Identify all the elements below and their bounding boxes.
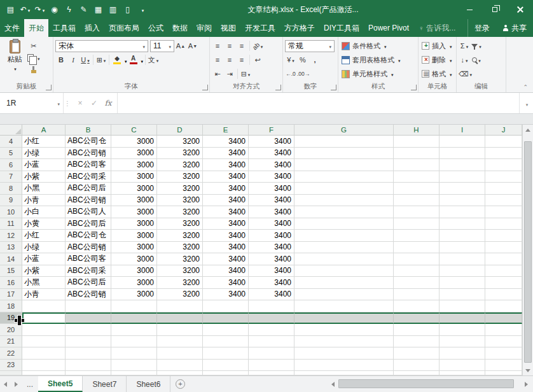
cell-B11[interactable]: ABC公司后 bbox=[66, 218, 111, 230]
sign-in-button[interactable]: 登录 bbox=[467, 19, 496, 37]
cell-partial[interactable] bbox=[22, 371, 66, 375]
cell-B4[interactable]: ABC公司仓 bbox=[66, 136, 111, 148]
row-header-12[interactable]: 12 bbox=[0, 230, 22, 242]
column-header-g[interactable]: G bbox=[294, 125, 394, 136]
cell-A8[interactable]: 小黑 bbox=[22, 183, 66, 195]
cell-F16[interactable]: 3400 bbox=[249, 277, 294, 289]
cell-H6[interactable] bbox=[394, 159, 440, 171]
cell-F13[interactable]: 3400 bbox=[249, 242, 294, 254]
cell-A14[interactable]: 小蓝 bbox=[22, 253, 66, 265]
cell-E13[interactable]: 3400 bbox=[203, 242, 249, 254]
cell-D7[interactable]: 3200 bbox=[157, 171, 203, 183]
cell-J5[interactable] bbox=[485, 148, 522, 160]
cell-E11[interactable]: 3400 bbox=[203, 218, 249, 230]
cell-C18[interactable] bbox=[111, 300, 157, 312]
cell-E17[interactable]: 3400 bbox=[203, 289, 249, 301]
cell-H14[interactable] bbox=[394, 253, 440, 265]
cell-H19[interactable] bbox=[394, 312, 440, 325]
cell-G15[interactable] bbox=[294, 265, 394, 277]
name-box[interactable]: 1R bbox=[0, 93, 64, 113]
cell-B13[interactable]: ABC公司销 bbox=[66, 242, 111, 254]
cell-I21[interactable] bbox=[440, 336, 485, 348]
font-size-combo[interactable]: 11 bbox=[150, 40, 174, 52]
cell-G21[interactable] bbox=[294, 336, 394, 348]
cell-B23[interactable] bbox=[66, 360, 111, 372]
cell-B7[interactable]: ABC公司采 bbox=[66, 171, 111, 183]
cell-C23[interactable] bbox=[111, 360, 157, 372]
cell-B9[interactable]: ABC公司销 bbox=[66, 195, 111, 207]
cell-D8[interactable]: 3200 bbox=[157, 183, 203, 195]
collapse-ribbon-icon[interactable]: ⌃ bbox=[523, 84, 528, 90]
cell-H13[interactable] bbox=[394, 242, 440, 254]
row-header-21[interactable]: 21 bbox=[0, 336, 22, 348]
cell-A6[interactable]: 小蓝 bbox=[22, 159, 66, 171]
cell-H17[interactable] bbox=[394, 289, 440, 301]
cell-I5[interactable] bbox=[440, 148, 485, 160]
scroll-up-icon[interactable] bbox=[523, 125, 533, 135]
cell-J13[interactable] bbox=[485, 242, 522, 254]
cell-I22[interactable] bbox=[440, 347, 485, 360]
cell-F20[interactable] bbox=[249, 324, 294, 336]
cell-G6[interactable] bbox=[294, 159, 394, 171]
cell-B21[interactable] bbox=[66, 336, 111, 348]
horizontal-scroll-thumb[interactable] bbox=[338, 379, 514, 388]
cell-B20[interactable] bbox=[66, 324, 111, 336]
cell-F11[interactable]: 3400 bbox=[249, 218, 294, 230]
fill-button[interactable]: ↓ bbox=[459, 54, 470, 66]
cell-G8[interactable] bbox=[294, 183, 394, 195]
cell-A12[interactable]: 小红 bbox=[22, 230, 66, 242]
cell-D9[interactable]: 3200 bbox=[157, 195, 203, 207]
cell-G11[interactable] bbox=[294, 218, 394, 230]
cell-F8[interactable]: 3400 bbox=[249, 183, 294, 195]
cell-C16[interactable]: 3000 bbox=[111, 277, 157, 289]
cell-C9[interactable]: 3000 bbox=[111, 195, 157, 207]
cell-F9[interactable]: 3400 bbox=[249, 195, 294, 207]
cell-D22[interactable] bbox=[157, 347, 203, 360]
sheet-tab-sheet6[interactable]: Sheet6 bbox=[127, 376, 170, 392]
align-center-button[interactable]: ≡ bbox=[224, 54, 235, 66]
align-left-button[interactable]: ≡ bbox=[212, 54, 223, 66]
increase-decimal-button[interactable]: ←.0 bbox=[285, 68, 296, 80]
ribbon-tab-developer[interactable]: 开发工具 bbox=[240, 19, 280, 37]
cell-E6[interactable]: 3400 bbox=[203, 159, 249, 171]
font-dialog-launcher-icon[interactable] bbox=[202, 85, 208, 90]
cell-A17[interactable]: 小青 bbox=[22, 289, 66, 301]
column-header-j[interactable]: J bbox=[485, 125, 522, 136]
share-button[interactable]: 共享 bbox=[496, 19, 533, 37]
cell-G12[interactable] bbox=[294, 230, 394, 242]
underline-button[interactable]: U bbox=[80, 54, 91, 66]
new-sheet-button[interactable]: + bbox=[170, 376, 190, 392]
cell-C20[interactable] bbox=[111, 324, 157, 336]
cell-B16[interactable]: ABC公司后 bbox=[66, 277, 111, 289]
scroll-down-icon[interactable] bbox=[523, 365, 533, 375]
horizontal-scrollbar[interactable] bbox=[326, 376, 533, 392]
cell-J11[interactable] bbox=[485, 218, 522, 230]
cell-A19[interactable] bbox=[22, 312, 66, 325]
cell-H4[interactable] bbox=[394, 136, 440, 148]
cell-E21[interactable] bbox=[203, 336, 249, 348]
table-columns-icon[interactable]: ▦ bbox=[91, 1, 106, 18]
number-format-combo[interactable]: 常规 bbox=[285, 40, 335, 52]
cell-A10[interactable]: 小白 bbox=[22, 206, 66, 218]
cell-C19[interactable] bbox=[111, 312, 157, 325]
ribbon-tab-formulas[interactable]: 公式 bbox=[144, 19, 168, 37]
cell-G9[interactable] bbox=[294, 195, 394, 207]
column-header-a[interactable]: A bbox=[22, 125, 66, 136]
ribbon-tab-review[interactable]: 审阅 bbox=[192, 19, 216, 37]
cell-J4[interactable] bbox=[485, 136, 522, 148]
row-header-7[interactable]: 7 bbox=[0, 171, 22, 183]
cell-styles-button[interactable]: 单元格样式 bbox=[340, 67, 416, 81]
row-header-8[interactable]: 8 bbox=[0, 183, 22, 195]
cell-B12[interactable]: ABC公司仓 bbox=[66, 230, 111, 242]
find-select-button[interactable] bbox=[471, 54, 482, 66]
cell-J14[interactable] bbox=[485, 253, 522, 265]
cell-partial[interactable] bbox=[203, 371, 249, 375]
cell-D15[interactable]: 3200 bbox=[157, 265, 203, 277]
cell-I7[interactable] bbox=[440, 171, 485, 183]
alignment-dialog-launcher-icon[interactable] bbox=[275, 85, 281, 90]
cell-H22[interactable] bbox=[394, 347, 440, 360]
pen-icon[interactable]: ✎ bbox=[76, 1, 91, 18]
cell-G7[interactable] bbox=[294, 171, 394, 183]
cell-partial[interactable] bbox=[111, 371, 157, 375]
column-header-h[interactable]: H bbox=[394, 125, 440, 136]
